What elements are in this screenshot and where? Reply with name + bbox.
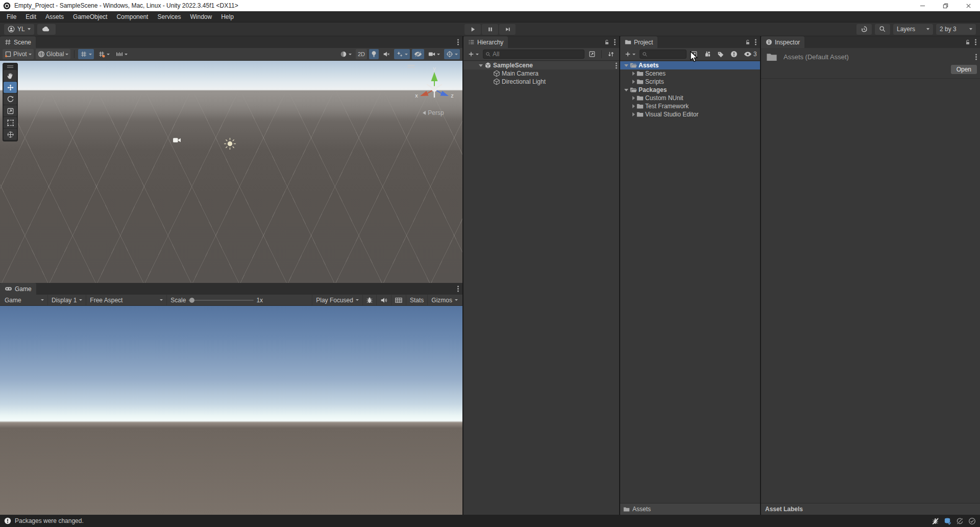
menu-edit[interactable]: Edit xyxy=(21,13,41,20)
project-search-input[interactable] xyxy=(649,51,684,58)
hierarchy-search-picker-button[interactable] xyxy=(586,49,598,59)
2d-toggle[interactable]: 2D xyxy=(356,49,367,59)
tab-game[interactable]: Game xyxy=(0,283,36,295)
open-button[interactable]: Open xyxy=(951,65,977,74)
layers-dropdown[interactable]: Layers xyxy=(893,24,933,35)
scale-slider[interactable] xyxy=(188,300,254,301)
inspector-menu-kebab-icon[interactable] xyxy=(975,41,976,43)
hierarchy-search-input[interactable] xyxy=(493,51,582,58)
layout-dropdown[interactable]: 2 by 3 xyxy=(936,24,976,35)
cloud-button[interactable] xyxy=(37,24,56,35)
menu-gameobject[interactable]: GameObject xyxy=(68,13,112,20)
debugger-off-icon[interactable] xyxy=(932,517,939,525)
restore-button[interactable] xyxy=(934,0,957,11)
lock-open-icon[interactable] xyxy=(604,39,610,45)
project-breadcrumb[interactable]: Assets xyxy=(620,503,760,515)
grid-snap-toggle[interactable] xyxy=(78,49,94,59)
scene-menu-kebab-icon[interactable] xyxy=(457,41,459,43)
axis-z-label[interactable]: z xyxy=(451,92,454,99)
menu-component[interactable]: Component xyxy=(112,13,153,20)
focus-mode-dropdown[interactable]: Play Focused xyxy=(312,295,363,305)
axis-x-label[interactable]: x xyxy=(415,92,418,99)
scene-orientation-gizmo[interactable]: y x z xyxy=(411,64,458,111)
scene-lighting-toggle[interactable] xyxy=(369,49,379,59)
scale-tool-button[interactable] xyxy=(4,105,17,116)
shading-mode-dropdown[interactable] xyxy=(338,49,354,59)
directional-light-gizmo-icon[interactable] xyxy=(224,137,236,150)
menu-services[interactable]: Services xyxy=(153,13,185,20)
tab-project[interactable]: Project xyxy=(620,36,657,48)
axis-y-label[interactable]: y xyxy=(433,65,436,71)
expand-arrow-icon[interactable] xyxy=(632,104,635,108)
expand-arrow-icon[interactable] xyxy=(632,112,635,116)
vsync-button[interactable] xyxy=(391,295,406,305)
transform-tool-button[interactable] xyxy=(4,129,17,140)
scene-effects-dropdown[interactable] xyxy=(394,49,410,59)
menu-file[interactable]: File xyxy=(2,13,21,20)
perspective-toggle[interactable]: Persp xyxy=(405,109,462,116)
main-camera-gizmo-icon[interactable] xyxy=(173,137,181,143)
project-row-packages[interactable]: Packages xyxy=(620,86,760,94)
expand-arrow-icon[interactable] xyxy=(632,96,635,100)
search-by-label-button[interactable] xyxy=(715,49,726,59)
status-message[interactable]: Packages were changed. xyxy=(15,517,84,524)
hidden-count-button[interactable]: 3 xyxy=(742,49,759,59)
hierarchy-menu-kebab-icon[interactable] xyxy=(614,41,616,43)
inspector-header-kebab-icon[interactable] xyxy=(975,56,977,58)
expand-arrow-icon[interactable] xyxy=(632,80,635,84)
rect-tool-button[interactable] xyxy=(4,117,17,128)
game-menu-kebab-icon[interactable] xyxy=(457,288,459,290)
menu-window[interactable]: Window xyxy=(185,13,216,20)
project-row-scripts[interactable]: Scripts xyxy=(620,78,760,86)
project-menu-kebab-icon[interactable] xyxy=(755,41,756,43)
gizmos-toggle-dropdown[interactable] xyxy=(444,49,460,59)
expand-arrow-icon[interactable] xyxy=(624,64,628,67)
pivot-dropdown[interactable]: Pivot xyxy=(3,49,34,59)
debug-game-button[interactable] xyxy=(363,295,377,305)
aspect-dropdown[interactable]: Free Aspect xyxy=(86,295,167,305)
hand-tool-button[interactable] xyxy=(4,70,17,81)
asset-labels-section[interactable]: Asset Labels xyxy=(761,503,980,515)
scene-row-kebab-icon[interactable] xyxy=(616,65,617,66)
game-target-dropdown[interactable]: Game xyxy=(1,295,48,305)
scene-audio-toggle[interactable] xyxy=(381,49,392,59)
menu-help[interactable]: Help xyxy=(216,13,238,20)
project-add-button[interactable] xyxy=(623,49,638,59)
step-button[interactable] xyxy=(499,24,516,35)
close-button[interactable] xyxy=(957,0,980,11)
hierarchy-row-scene[interactable]: SampleScene xyxy=(463,61,619,69)
move-tool-button[interactable] xyxy=(4,82,17,93)
search-by-type-button[interactable] xyxy=(702,49,713,59)
rotate-tool-button[interactable] xyxy=(4,93,17,105)
display-dropdown[interactable]: Display 1 xyxy=(48,295,86,305)
overlay-drag-handle-icon[interactable] xyxy=(6,65,14,68)
menu-assets[interactable]: Assets xyxy=(41,13,68,20)
hierarchy-sort-button[interactable] xyxy=(605,49,617,59)
tab-hierarchy[interactable]: Hierarchy xyxy=(463,36,508,48)
account-dropdown[interactable]: YL xyxy=(4,24,34,35)
project-row-assets[interactable]: Assets xyxy=(620,61,760,69)
project-row-custom-nunit[interactable]: Custom NUnit xyxy=(620,94,760,102)
minimize-button[interactable] xyxy=(911,0,934,11)
activity-ok-icon[interactable] xyxy=(968,517,976,525)
tab-scene[interactable]: Scene xyxy=(0,36,36,48)
stats-toggle[interactable]: Stats xyxy=(406,295,428,305)
project-search-picker-button[interactable] xyxy=(689,49,700,59)
lock-open-icon[interactable] xyxy=(965,39,971,45)
expand-arrow-icon[interactable] xyxy=(624,89,628,91)
lock-open-icon[interactable] xyxy=(745,39,751,45)
project-row-scenes[interactable]: Scenes xyxy=(620,69,760,78)
hierarchy-row-main-camera[interactable]: Main Camera xyxy=(463,69,619,78)
pause-button[interactable] xyxy=(482,24,498,35)
grid-visibility-dropdown[interactable] xyxy=(96,49,112,59)
game-viewport[interactable] xyxy=(0,306,462,515)
refresh-off-icon[interactable] xyxy=(956,517,964,525)
scene-camera-dropdown[interactable] xyxy=(426,49,442,59)
tab-inspector[interactable]: Inspector xyxy=(761,36,804,48)
project-row-test-framework[interactable]: Test Framework xyxy=(620,102,760,110)
game-gizmos-dropdown[interactable]: Gizmos xyxy=(428,295,461,305)
play-button[interactable] xyxy=(464,24,481,35)
mute-audio-button[interactable] xyxy=(377,295,391,305)
snap-increment-dropdown[interactable] xyxy=(114,49,130,59)
expand-arrow-icon[interactable] xyxy=(632,71,635,76)
